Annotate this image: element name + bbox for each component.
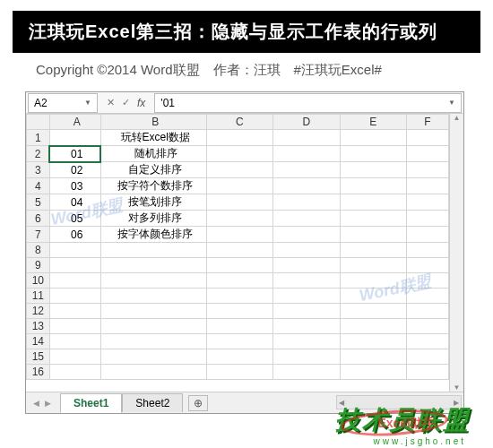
cell[interactable]: [406, 194, 448, 211]
cell[interactable]: [273, 273, 340, 289]
cell[interactable]: 玩转Excel数据: [100, 130, 206, 146]
cell[interactable]: [340, 162, 406, 178]
cell[interactable]: [340, 258, 406, 273]
cell[interactable]: [206, 211, 272, 227]
row-header[interactable]: 8: [27, 243, 50, 258]
cell[interactable]: [100, 304, 206, 319]
cell[interactable]: [406, 211, 448, 227]
cell[interactable]: [206, 319, 272, 334]
cell[interactable]: [340, 349, 406, 365]
cell[interactable]: [273, 319, 340, 334]
spreadsheet-table[interactable]: A B C D E F 1玩转Excel数据 201随机排序 302自定义排序 …: [26, 114, 449, 380]
cell[interactable]: [49, 334, 100, 349]
cell[interactable]: [100, 243, 206, 258]
cell[interactable]: [206, 227, 272, 243]
row-header[interactable]: 3: [27, 162, 50, 178]
vertical-scrollbar[interactable]: [449, 114, 463, 392]
chevron-down-icon[interactable]: ▼: [84, 99, 91, 107]
row-header[interactable]: 16: [27, 365, 50, 380]
cell[interactable]: 02: [49, 162, 100, 178]
cell[interactable]: [340, 211, 406, 227]
cell[interactable]: [273, 258, 340, 273]
cell[interactable]: [406, 273, 448, 289]
cell[interactable]: [206, 289, 272, 304]
cell[interactable]: [206, 258, 272, 273]
next-sheet-icon[interactable]: ▶: [45, 399, 51, 408]
cell[interactable]: [49, 243, 100, 258]
row-header[interactable]: 5: [27, 194, 50, 211]
cell[interactable]: [273, 146, 340, 162]
row-header[interactable]: 11: [27, 289, 50, 304]
cell[interactable]: [273, 289, 340, 304]
cell[interactable]: 04: [49, 194, 100, 211]
cell[interactable]: [340, 146, 406, 162]
cell[interactable]: [406, 146, 448, 162]
cell[interactable]: [273, 178, 340, 194]
cell[interactable]: [206, 178, 272, 194]
cell[interactable]: [340, 365, 406, 380]
cell[interactable]: [206, 162, 272, 178]
add-sheet-button[interactable]: ⊕: [188, 395, 208, 411]
cell[interactable]: [206, 243, 272, 258]
cell[interactable]: [49, 258, 100, 273]
col-header-C[interactable]: C: [206, 115, 272, 130]
cell[interactable]: [206, 194, 272, 211]
cell[interactable]: [273, 227, 340, 243]
expand-formula-icon[interactable]: ▼: [448, 99, 455, 107]
cell[interactable]: 按字符个数排序: [100, 178, 206, 194]
cell[interactable]: [100, 289, 206, 304]
cell[interactable]: [340, 273, 406, 289]
col-header-F[interactable]: F: [406, 115, 448, 130]
sheet-tab-1[interactable]: Sheet1: [60, 393, 122, 413]
cell[interactable]: [49, 289, 100, 304]
row-header[interactable]: 15: [27, 349, 50, 365]
row-header[interactable]: 4: [27, 178, 50, 194]
cell[interactable]: [340, 304, 406, 319]
cell[interactable]: [100, 334, 206, 349]
formula-bar[interactable]: '01 ▼: [154, 93, 462, 113]
row-header[interactable]: 14: [27, 334, 50, 349]
cell[interactable]: [406, 304, 448, 319]
cell[interactable]: 按笔划排序: [100, 194, 206, 211]
row-header[interactable]: 1: [27, 130, 50, 146]
cell[interactable]: [273, 130, 340, 146]
col-header-E[interactable]: E: [340, 115, 406, 130]
cell[interactable]: [406, 319, 448, 334]
cell[interactable]: [273, 243, 340, 258]
cell[interactable]: [49, 304, 100, 319]
row-header[interactable]: 7: [27, 227, 50, 243]
row-header[interactable]: 12: [27, 304, 50, 319]
cell[interactable]: [273, 349, 340, 365]
cell[interactable]: [49, 130, 100, 146]
cell[interactable]: [206, 146, 272, 162]
cell[interactable]: [100, 365, 206, 380]
cell-active[interactable]: 01: [49, 146, 100, 162]
cell[interactable]: 05: [49, 211, 100, 227]
prev-sheet-icon[interactable]: ◀: [33, 399, 39, 408]
cell[interactable]: [406, 258, 448, 273]
name-box[interactable]: A2 ▼: [28, 93, 98, 113]
cell[interactable]: [49, 273, 100, 289]
cell[interactable]: [49, 365, 100, 380]
cancel-icon[interactable]: ✕: [107, 97, 115, 108]
select-all-corner[interactable]: [27, 115, 50, 130]
row-header[interactable]: 6: [27, 211, 50, 227]
fx-icon[interactable]: fx: [137, 97, 145, 109]
cell[interactable]: [406, 349, 448, 365]
enter-icon[interactable]: ✓: [122, 97, 130, 108]
cell[interactable]: [273, 211, 340, 227]
cell[interactable]: [206, 273, 272, 289]
cell[interactable]: 自定义排序: [100, 162, 206, 178]
sheet-tab-2[interactable]: Sheet2: [122, 393, 183, 412]
cell[interactable]: [273, 304, 340, 319]
row-header[interactable]: 9: [27, 258, 50, 273]
cell[interactable]: [406, 365, 448, 380]
cell[interactable]: [100, 273, 206, 289]
cell[interactable]: 随机排序: [100, 146, 206, 162]
cell[interactable]: [406, 289, 448, 304]
cell[interactable]: [340, 194, 406, 211]
cell[interactable]: [340, 243, 406, 258]
row-header[interactable]: 2: [27, 146, 50, 162]
col-header-B[interactable]: B: [100, 115, 206, 130]
cell[interactable]: [340, 227, 406, 243]
